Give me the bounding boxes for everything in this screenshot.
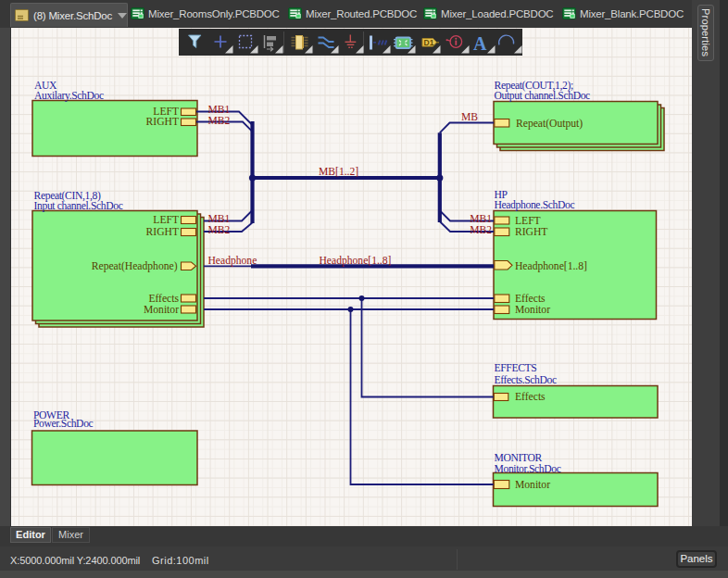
svg-text:Headphone[1..8]: Headphone[1..8] bbox=[515, 260, 587, 272]
svg-text:Monitor: Monitor bbox=[515, 304, 550, 316]
svg-text:Auxilary.SchDoc: Auxilary.SchDoc bbox=[34, 90, 104, 102]
svg-text:MB: MB bbox=[461, 111, 478, 123]
svg-text:Headphone: Headphone bbox=[208, 255, 257, 267]
svg-text:MB2: MB2 bbox=[208, 115, 231, 127]
svg-text:LEFT: LEFT bbox=[515, 215, 541, 227]
svg-text:Headphone[1..8]: Headphone[1..8] bbox=[320, 255, 392, 267]
svg-text:MB2: MB2 bbox=[470, 224, 492, 236]
svg-text:LEFT: LEFT bbox=[153, 214, 179, 226]
svg-text:Headphone.SchDoc: Headphone.SchDoc bbox=[495, 199, 575, 211]
svg-text:Repeat(Headphone): Repeat(Headphone) bbox=[92, 260, 178, 272]
svg-text:EFFECTS: EFFECTS bbox=[495, 362, 537, 374]
svg-text:Power.SchDoc: Power.SchDoc bbox=[33, 418, 94, 430]
svg-text:D1: D1 bbox=[424, 38, 434, 47]
svg-text:Repeat(Output): Repeat(Output) bbox=[516, 118, 583, 130]
svg-text:Effects: Effects bbox=[515, 391, 546, 403]
svg-text:Monitor.SchDoc: Monitor.SchDoc bbox=[495, 463, 561, 475]
svg-text:MB[1..2]: MB[1..2] bbox=[319, 166, 358, 178]
svg-text:RIGHT: RIGHT bbox=[146, 226, 179, 238]
svg-text:RIGHT: RIGHT bbox=[515, 226, 547, 238]
svg-text:RIGHT: RIGHT bbox=[146, 116, 179, 128]
svg-text:Input channel.SchDoc: Input channel.SchDoc bbox=[34, 200, 123, 212]
svg-text:A: A bbox=[473, 33, 487, 54]
svg-text:Monitor: Monitor bbox=[515, 479, 550, 491]
svg-text:Monitor: Monitor bbox=[144, 304, 179, 316]
svg-text:MB2: MB2 bbox=[208, 224, 231, 236]
svg-text:Effects.SchDoc: Effects.SchDoc bbox=[495, 374, 558, 386]
svg-text:Output channel.SchDoc: Output channel.SchDoc bbox=[495, 90, 591, 102]
